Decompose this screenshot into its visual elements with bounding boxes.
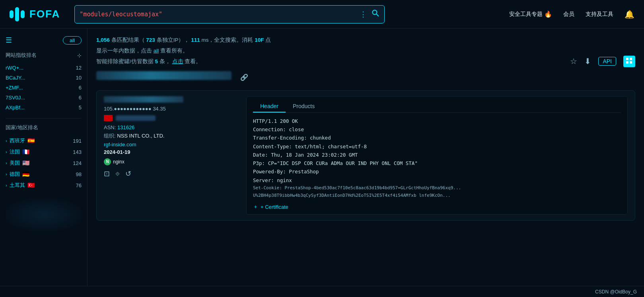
result-summary: 1,056 条匹配结果（ 723 条独立IP）， 111 ms，全文搜索。消耗 …: [96, 36, 635, 45]
svg-rect-7: [626, 61, 628, 64]
api-button[interactable]: API: [598, 57, 616, 66]
country-flag: [104, 115, 113, 121]
fingerprint-section-title: 网站指纹排名 ⊹: [6, 52, 82, 59]
header-line: HTTP/1.1 200 OK: [253, 117, 621, 125]
blurred-result-card: 🔗: [96, 71, 635, 85]
content-area: 1,056 条匹配结果（ 723 条独立IP）， 111 ms，全文搜索。消耗 …: [88, 29, 644, 286]
nav-support-tools[interactable]: 支持及工具: [586, 11, 613, 18]
certificate-row[interactable]: ＋ + Certificate: [253, 203, 621, 210]
smart-click-link[interactable]: 点击: [172, 58, 183, 64]
country-item[interactable]: › 土耳其 🇹🇷 76: [6, 180, 82, 191]
sidebar: ☰ all 网站指纹排名 ⊹ rWQ+... 12 BCaJY... 10 +Z…: [0, 29, 88, 286]
header-line: Server: nginx: [253, 176, 621, 184]
chain-icon[interactable]: 🔗: [240, 74, 248, 81]
result-card: 105.●●●●●●●●●●●● 34.35 ASN: 131626 组织: N…: [96, 90, 635, 221]
chevron-icon: ›: [6, 149, 7, 154]
header-line: Connection: close: [253, 125, 621, 134]
dots-menu-icon[interactable]: ⋮: [360, 10, 367, 19]
org-value: NSS INTL CO., LTD.: [117, 133, 164, 139]
svg-rect-5: [626, 58, 628, 60]
search-box: ⋮: [74, 5, 385, 23]
nginx-letter: N: [104, 158, 111, 165]
world-map: [6, 199, 82, 231]
footer: CSDN @OidBoy_G: [0, 286, 644, 297]
plus-icon: ＋: [253, 203, 258, 210]
country-section-title: 国家/地区排名: [6, 124, 82, 131]
tab-header[interactable]: Header: [253, 101, 286, 113]
header-content: HTTP/1.1 200 OK Connection: close Transf…: [253, 117, 621, 199]
ip-port: 105.●●●●●●●●●●●● 34.35: [104, 106, 239, 112]
header-line: Content-Type: text/html; charset=utf-8: [253, 142, 621, 151]
nav-membership[interactable]: 会员: [563, 11, 574, 18]
card-action-icon-1[interactable]: ⊡: [104, 169, 110, 178]
nav-links: 安全工具专题 🔥 会员 支持及工具 🔔: [509, 10, 634, 19]
header-line-cookie2: U%2BH4p38T9ibbHw4b3qCySyf3DAntiEonD7Hd%2…: [253, 192, 621, 200]
search-icon: [372, 9, 379, 17]
header-line: Powered-By: PrestaShop: [253, 167, 621, 176]
country-item[interactable]: › 西班牙 🇪🇸 191: [6, 135, 82, 146]
ip-blurred: [104, 96, 183, 103]
asn-row: ASN: 131626: [104, 124, 239, 130]
country-item[interactable]: › 法国 🇫🇷 143: [6, 146, 82, 157]
filter-icon[interactable]: ☰: [6, 36, 12, 45]
flag-icon: 🇺🇸: [22, 159, 30, 167]
card-left: 105.●●●●●●●●●●●● 34.35 ASN: 131626 组织: N…: [104, 96, 239, 215]
footer-text: CSDN @OidBoy_G: [595, 289, 637, 295]
year-all-link[interactable]: all: [154, 48, 159, 54]
card-action-icon-2[interactable]: ⟐: [115, 169, 120, 178]
card-date: 2024-01-19: [104, 149, 239, 155]
nav-security-tools[interactable]: 安全工具专题 🔥: [509, 10, 552, 18]
result-year-notice: 显示一年内数据，点击 all 查看所有。: [96, 47, 635, 56]
country-item[interactable]: › 美国 🇺🇸 124: [6, 157, 82, 169]
fire-icon: 🔥: [544, 10, 552, 18]
fingerprint-item[interactable]: BCaJY... 10: [6, 73, 82, 83]
fingerprint-item[interactable]: rWQ+... 12: [6, 63, 82, 73]
asn-value[interactable]: 131626: [117, 124, 134, 130]
card-icons-row: ⊡ ⟐ ↺: [104, 169, 239, 178]
topnav: FOFA ⋮ 安全工具专题 🔥 会员 支持及工具 🔔: [0, 0, 644, 29]
sidebar-divider: [6, 118, 82, 118]
country-item[interactable]: › 德国 🇩🇪 98: [6, 169, 82, 180]
tabs-row: Header Products: [253, 101, 621, 113]
logo: FOFA: [10, 7, 60, 21]
flag-icon: 🇪🇸: [27, 137, 35, 144]
nginx-badge: N nginx: [104, 158, 125, 165]
chevron-icon: ›: [6, 161, 7, 165]
svg-rect-0: [10, 10, 14, 18]
org-row: 组织: NSS INTL CO., LTD.: [104, 132, 239, 140]
bell-icon[interactable]: 🔔: [625, 10, 634, 19]
star-button[interactable]: ☆: [570, 56, 577, 66]
card-body: 105.●●●●●●●●●●●● 34.35 ASN: 131626 组织: N…: [104, 96, 628, 215]
search-input[interactable]: [80, 11, 360, 18]
fingerprint-item[interactable]: 7SV0J... 6: [6, 93, 82, 103]
domain-link[interactable]: rgf-inside.com: [104, 142, 239, 148]
svg-point-3: [373, 10, 377, 15]
grid-icon: [626, 58, 632, 64]
grid-view-button[interactable]: [623, 56, 635, 67]
logo-icon: [10, 7, 28, 21]
tab-products[interactable]: Products: [286, 101, 322, 113]
card-right: Header Products HTTP/1.1 200 OK Connecti…: [246, 96, 628, 215]
main-layout: ☰ all 网站指纹排名 ⊹ rWQ+... 12 BCaJY... 10 +Z…: [0, 29, 644, 286]
svg-rect-2: [21, 10, 25, 18]
all-badge[interactable]: all: [63, 36, 82, 45]
badge-row: N nginx: [104, 158, 239, 165]
header-line-cookie: Set-Cookie: PrestaShop-4bed530ac7f10e5c8…: [253, 184, 621, 192]
chevron-icon: ›: [6, 183, 7, 188]
flag-icon: 🇩🇪: [22, 171, 30, 178]
header-line: Transfer-Encoding: chunked: [253, 134, 621, 142]
card-action-icon-3[interactable]: ↺: [125, 169, 131, 178]
flag-row: [104, 115, 239, 121]
header-line: Date: Thu, 18 Jan 2024 23:02:20 GMT: [253, 151, 621, 159]
country-list: › 西班牙 🇪🇸 191 › 法国 🇫🇷 143 › 美国 🇺🇸: [6, 135, 82, 191]
fingerprint-list: rWQ+... 12 BCaJY... 10 +ZMF... 6 7SV0J..…: [6, 63, 82, 113]
country-blurred: [116, 115, 156, 121]
download-button[interactable]: ⬇: [584, 56, 591, 66]
chevron-icon: ›: [6, 138, 7, 143]
fingerprint-item[interactable]: +ZMF... 6: [6, 83, 82, 93]
fingerprint-item[interactable]: AXpBf... 5: [6, 103, 82, 113]
logo-text: FOFA: [29, 8, 60, 20]
svg-line-4: [377, 14, 379, 17]
fingerprint-filter-icon[interactable]: ⊹: [77, 52, 82, 58]
search-button[interactable]: [372, 9, 379, 19]
